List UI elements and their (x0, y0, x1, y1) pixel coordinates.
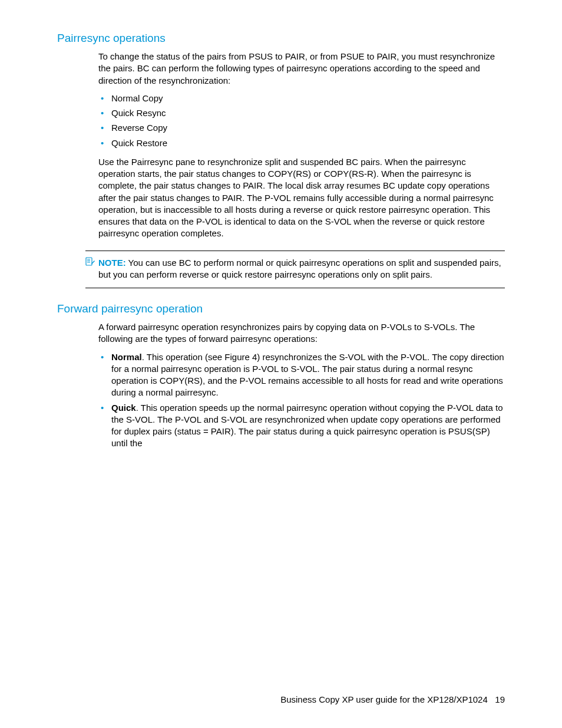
footer-title: Business Copy XP user guide for the XP12… (280, 694, 488, 704)
intro-paragraph: A forward pairresync operation resynchro… (98, 321, 505, 345)
note-body: You can use BC to perform normal or quic… (98, 258, 501, 279)
item-text: . This operation (see Figure 4) resynchr… (111, 352, 504, 398)
page-footer: Business Copy XP user guide for the XP12… (280, 694, 505, 704)
page-number: 19 (495, 694, 505, 704)
note-label: NOTE: (98, 258, 126, 268)
page-content: Pairresync operations To change the stat… (0, 0, 562, 480)
section-heading-pairresync: Pairresync operations (57, 32, 505, 45)
section-heading-forward: Forward pairresync operation (57, 302, 505, 315)
forward-type-list: Normal. This operation (see Figure 4) re… (98, 351, 505, 450)
note-text: NOTE: You can use BC to perform normal o… (98, 257, 505, 281)
resync-type-list: Normal Copy Quick Resync Reverse Copy Qu… (98, 93, 505, 149)
list-item: Quick. This operation speeds up the norm… (98, 402, 505, 450)
item-text: . This operation speeds up the normal pa… (111, 403, 503, 449)
item-label: Normal (111, 352, 142, 362)
list-item: Normal Copy (98, 93, 505, 104)
intro-paragraph: To change the status of the pairs from P… (98, 51, 505, 87)
note-icon (85, 257, 98, 281)
list-item: Reverse Copy (98, 122, 505, 134)
list-item: Normal. This operation (see Figure 4) re… (98, 351, 505, 399)
item-label: Quick (111, 403, 136, 413)
list-item: Quick Restore (98, 137, 505, 149)
note-callout: NOTE: You can use BC to perform normal o… (85, 251, 505, 289)
body-paragraph: Use the Pairresync pane to resynchronize… (98, 156, 505, 240)
svg-rect-0 (86, 258, 92, 265)
list-item: Quick Resync (98, 107, 505, 119)
